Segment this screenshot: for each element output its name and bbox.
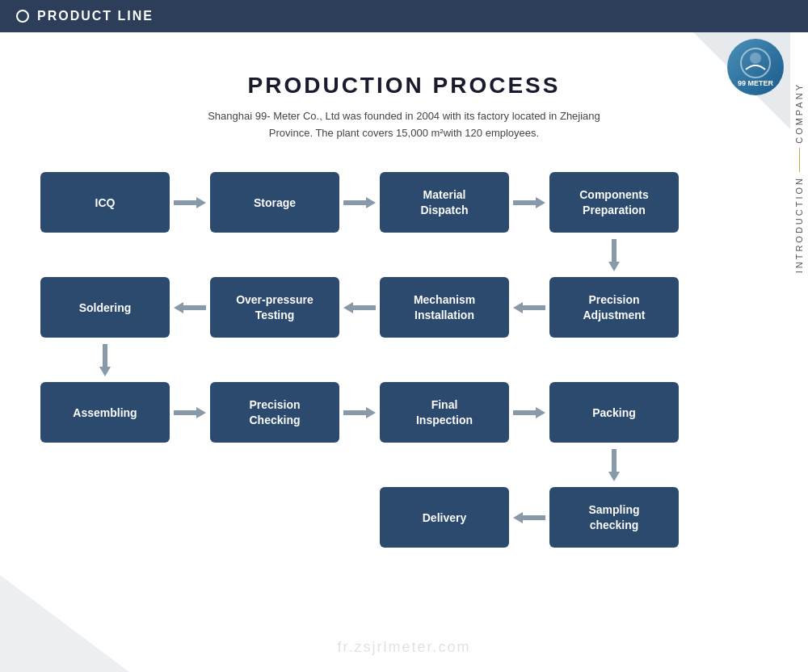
flow-box-assembling: Assembling [40,382,170,443]
subtitle-line1: Shanghai 99- Meter Co., Ltd was founded … [208,110,600,122]
connector-row-3-4 [40,449,768,481]
subtitle-line2: Province. The plant covers 15,000 m²with… [269,127,539,139]
production-process-title: PRODUCTION PROCESS [24,73,784,99]
flow-box-material-dispatch: MaterialDispatch [380,172,509,233]
watermark: fr.zsjrlmeter.com [337,639,470,656]
flow-row-2: Soldering Over-pressureTesting Mechanism… [40,271,768,344]
arrow-icq-storage [170,195,210,211]
svg-marker-10 [174,407,206,418]
flow-box-packing: Packing [549,382,679,443]
arrow-sampling-delivery [509,510,549,526]
svg-marker-12 [513,407,545,418]
flow-box-delivery: Delivery [380,487,509,548]
arrow-precision-final [339,405,380,421]
down-arrow-soldering [40,344,170,376]
flow-row-4: Delivery Samplingchecking [40,481,768,554]
flow-diagram: ICQ Storage MaterialDispatch ComponentsP… [24,166,784,554]
down-arrow-components [549,239,679,271]
logo-text: 99 METER [738,79,773,88]
flow-box-sampling-checking: Samplingchecking [549,487,679,548]
subtitle: Shanghai 99- Meter Co., Ltd was founded … [24,108,784,142]
decorative-triangle-bottom [0,575,129,672]
flow-box-precision-checking: PrecisionChecking [210,382,339,443]
svg-marker-13 [608,449,620,481]
flow-box-precision-adjustment: PrecisionAdjustment [549,277,679,338]
svg-marker-8 [513,302,545,313]
svg-marker-3 [343,197,376,208]
svg-point-1 [750,52,761,64]
svg-marker-2 [174,197,206,208]
arrow-testing-soldering [170,300,210,316]
flow-row-1: ICQ Storage MaterialDispatch ComponentsP… [40,166,768,239]
flow-box-overpressure: Over-pressureTesting [210,277,339,338]
svg-marker-4 [513,197,545,208]
svg-marker-7 [343,302,376,313]
page-header: PRODUCT LINE [0,0,808,32]
arrow-dispatch-components [509,195,549,211]
svg-marker-5 [608,239,620,271]
main-content: PRODUCTION PROCESS Shanghai 99- Meter Co… [0,32,808,554]
flow-box-mechanism-installation: MechanismInstallation [380,277,509,338]
arrow-assembling-precision [170,405,210,421]
flow-box-soldering: Soldering [40,277,170,338]
flow-box-storage: Storage [210,172,339,233]
arrow-mechanism-testing [339,300,380,316]
connector-row-2-3 [40,344,768,376]
flow-row-3: Assembling PrecisionChecking FinalInspec… [40,376,768,449]
flow-box-icq: ICQ [40,172,170,233]
svg-marker-9 [99,344,111,376]
svg-marker-6 [174,302,206,313]
arrow-precision-mechanism [509,300,549,316]
svg-marker-14 [513,512,545,523]
svg-marker-11 [343,407,376,418]
down-arrow-packing [549,449,679,481]
connector-row-1-2 [40,239,768,271]
arrow-final-packing [509,405,549,421]
logo: 99 METER [727,39,784,95]
arrow-storage-dispatch [339,195,380,211]
flow-box-final-inspection: FinalInspection [380,382,509,443]
page-title-header: PRODUCT LINE [37,9,154,23]
header-circle [16,10,29,23]
flow-box-components-preparation: ComponentsPreparation [549,172,679,233]
